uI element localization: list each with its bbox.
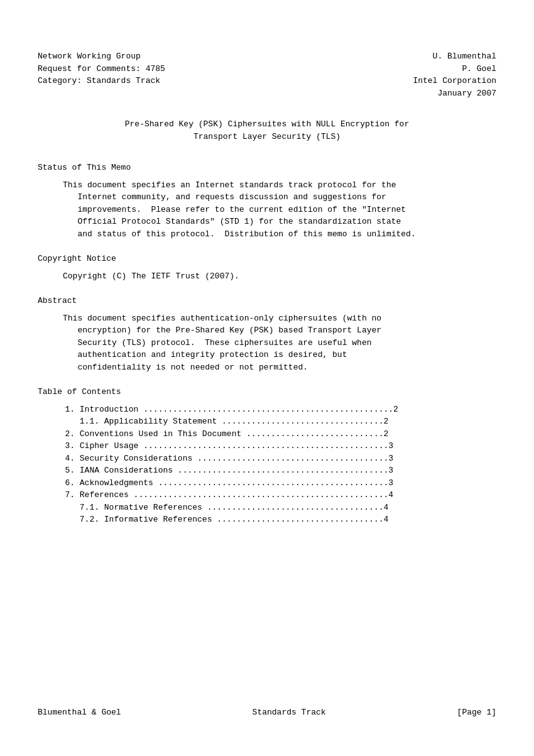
toc-entry: 6. Acknowledgments .....................… xyxy=(50,477,496,490)
header-right-line4: January 2007 xyxy=(413,87,496,100)
toc-block: 1. Introduction ........................… xyxy=(50,403,496,526)
header-left-line3: Category: Standards Track xyxy=(38,75,165,87)
footer-right: [Page 1] xyxy=(457,706,496,719)
title-line1: Pre-Shared Key (PSK) Ciphersuites with N… xyxy=(38,118,496,131)
toc-entry: 5. IANA Considerations .................… xyxy=(50,464,496,477)
header-right: U. Blumenthal P. Goel Intel Corporation … xyxy=(413,50,496,99)
footer-block: Blumenthal & Goel Standards Track [Page … xyxy=(38,706,496,719)
header-left-line1: Network Working Group xyxy=(38,50,165,63)
copyright-body: Copyright (C) The IETF Trust (2007). xyxy=(63,270,496,283)
toc-entry: 2. Conventions Used in This Document ...… xyxy=(50,428,496,441)
footer-center: Standards Track xyxy=(121,706,457,719)
status-memo-body: This document specifies an Internet stan… xyxy=(63,179,496,241)
abstract-heading: Abstract xyxy=(38,295,496,307)
header-left: Network Working Group Request for Commen… xyxy=(38,50,165,99)
header-left-line2: Request for Comments: 4785 xyxy=(38,63,165,75)
copyright-text: Copyright (C) The IETF Trust (2007). xyxy=(63,270,496,283)
toc-heading: Table of Contents xyxy=(38,386,496,398)
footer-left: Blumenthal & Goel xyxy=(38,706,121,719)
toc-entry: 1.1. Applicability Statement ...........… xyxy=(50,415,496,428)
toc-entry: 7.2. Informative References ............… xyxy=(50,513,496,526)
status-memo-text: This document specifies an Internet stan… xyxy=(63,179,496,241)
toc-entry: 1. Introduction ........................… xyxy=(50,403,496,416)
page: Network Working Group Request for Commen… xyxy=(0,0,534,756)
abstract-text: This document specifies authentication-o… xyxy=(63,312,496,374)
copyright-heading: Copyright Notice xyxy=(38,253,496,265)
header-right-line3: Intel Corporation xyxy=(413,75,496,87)
title-block: Pre-Shared Key (PSK) Ciphersuites with N… xyxy=(38,118,496,143)
toc-entry: 4. Security Considerations .............… xyxy=(50,452,496,465)
toc-entry: 3. Cipher Usage ........................… xyxy=(50,440,496,452)
status-memo-heading: Status of This Memo xyxy=(38,162,496,174)
toc-entry: 7.1. Normative References ..............… xyxy=(50,501,496,514)
header-block: Network Working Group Request for Commen… xyxy=(38,50,496,99)
abstract-body: This document specifies authentication-o… xyxy=(63,312,496,374)
toc-entry: 7. References ..........................… xyxy=(50,489,496,501)
header-right-line2: P. Goel xyxy=(413,63,496,75)
title-line2: Transport Layer Security (TLS) xyxy=(38,131,496,143)
header-right-line1: U. Blumenthal xyxy=(413,50,496,63)
